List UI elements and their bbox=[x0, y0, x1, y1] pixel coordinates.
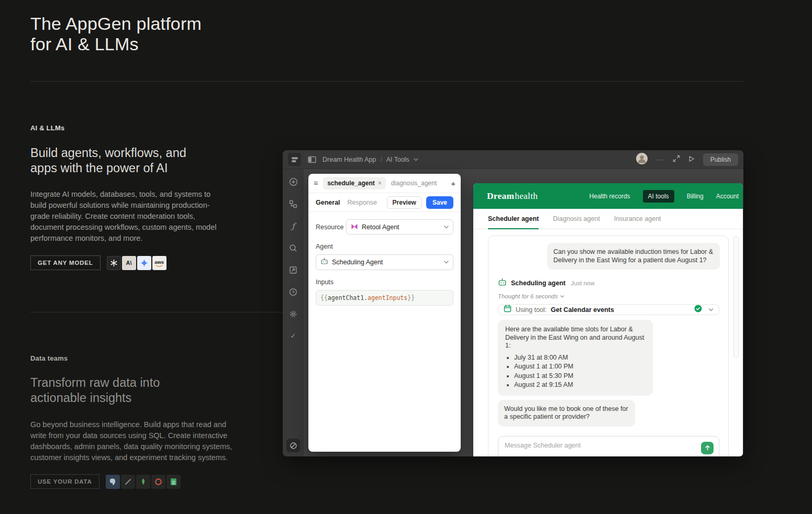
slot-item: August 1 at 5:30 PM bbox=[514, 372, 646, 381]
slots-list: July 31 at 8:00 AM August 1 at 1:00 PM A… bbox=[505, 353, 646, 390]
tool-status bbox=[694, 305, 714, 315]
nav-item-health-records[interactable]: Health records bbox=[589, 193, 630, 200]
resource-value: Retool Agent bbox=[362, 224, 399, 231]
appgen-landing-page: The AppGen platform for AI & LLMs AI & L… bbox=[0, 0, 812, 514]
tab-scheduler-agent[interactable]: Scheduler agent bbox=[488, 209, 539, 229]
preview-button[interactable]: Preview bbox=[387, 196, 422, 209]
anthropic-icon: A\ bbox=[122, 256, 136, 270]
breadcrumb: Dream Health App / AI Tools bbox=[322, 156, 418, 163]
inspector-subtabs: General Response Preview Save bbox=[308, 193, 461, 212]
breadcrumb-separator: / bbox=[380, 156, 382, 163]
ai-section-body: Integrate AI models, databases, tools, a… bbox=[30, 189, 227, 244]
expand-icon[interactable] bbox=[673, 155, 680, 164]
breadcrumb-page[interactable]: AI Tools bbox=[386, 156, 409, 163]
topbar-actions: ··· Publish bbox=[636, 153, 738, 166]
tab-insurance-agent[interactable]: Insurance agent bbox=[614, 209, 661, 229]
postgresql-icon bbox=[106, 475, 120, 489]
mongodb-icon bbox=[136, 475, 150, 489]
chat-scrollbar[interactable] bbox=[733, 236, 739, 358]
data-cta-row: USE YOUR DATA bbox=[30, 474, 181, 489]
nav-item-ai-tools[interactable]: AI tools bbox=[643, 190, 674, 203]
tab-schedule-agent[interactable]: schedule_agent × bbox=[323, 177, 386, 189]
history-icon[interactable] bbox=[289, 287, 298, 296]
save-button[interactable]: Save bbox=[426, 196, 453, 209]
agent-tabs: Scheduler agent Diagnosis agent Insuranc… bbox=[473, 209, 743, 229]
message-timestamp: Just now bbox=[571, 280, 594, 286]
inputs-label: Inputs bbox=[316, 278, 453, 286]
agent-followup-message: Would you like me to book one of these f… bbox=[498, 400, 635, 427]
chevron-down-icon bbox=[444, 261, 449, 264]
section-divider bbox=[30, 81, 743, 82]
menu-icon[interactable]: ≡ bbox=[314, 179, 318, 187]
tab-diagnosis-agent[interactable]: Diagnosis agent bbox=[553, 209, 600, 229]
agent-message-header: Scheduling agent Just now bbox=[498, 278, 719, 288]
nav-item-billing[interactable]: Billing bbox=[687, 193, 704, 200]
inputs-code-field[interactable]: {{agentChat1.agentInputs}} bbox=[316, 290, 453, 306]
chat-panel: Can you show me available induction time… bbox=[488, 236, 729, 456]
tool-name: Get Calendar events bbox=[551, 306, 614, 314]
send-button[interactable] bbox=[701, 442, 714, 454]
settings-gear-icon[interactable] bbox=[289, 309, 298, 318]
google-sheets-icon bbox=[166, 475, 181, 489]
thought-toggle[interactable]: Thought for 6 seconds bbox=[498, 293, 719, 299]
message-composer bbox=[498, 436, 719, 457]
openai-icon bbox=[107, 256, 121, 270]
add-query-icon[interactable]: + bbox=[451, 179, 455, 188]
chevron-down-icon bbox=[560, 295, 564, 298]
agent-select[interactable]: Scheduling Agent bbox=[316, 254, 453, 270]
section-divider bbox=[30, 312, 283, 312]
get-any-model-button[interactable]: GET ANY MODEL bbox=[30, 255, 101, 270]
oracle-icon bbox=[151, 475, 165, 489]
tab-response[interactable]: Response bbox=[348, 199, 377, 206]
slot-item: August 1 at 1:00 PM bbox=[514, 362, 646, 372]
data-section-heading: Transform raw data into actionable insig… bbox=[30, 375, 160, 405]
thought-label: Thought for 6 seconds bbox=[498, 293, 558, 299]
anthropic-glyph: A\ bbox=[126, 260, 132, 266]
composer-input[interactable] bbox=[505, 442, 677, 449]
panel-toggle-icon[interactable] bbox=[307, 155, 316, 164]
component-tree-icon[interactable] bbox=[289, 199, 298, 208]
calendar-icon bbox=[504, 305, 511, 315]
slot-item: August 2 at 9:15 AM bbox=[514, 381, 646, 390]
query-inspector-panel: ≡ schedule_agent × diagnosis_agent + Gen… bbox=[308, 174, 461, 452]
debug-tools-icon[interactable] bbox=[286, 439, 300, 452]
tool-call-row[interactable]: Using tool: Get Calendar events bbox=[498, 304, 719, 315]
tab-diagnosis-agent[interactable]: diagnosis_agent bbox=[391, 180, 437, 187]
data-section-eyebrow: Data teams bbox=[30, 354, 68, 362]
code-object: agentChat1 bbox=[328, 294, 364, 301]
chevron-down-icon bbox=[444, 226, 449, 229]
editor-toolbar: ƒ ✓ bbox=[283, 169, 304, 456]
preview-play-icon[interactable] bbox=[688, 155, 695, 164]
chevron-down-icon[interactable] bbox=[414, 158, 418, 161]
tab-general[interactable]: General bbox=[316, 199, 340, 206]
slot-item: July 31 at 8:00 AM bbox=[514, 353, 646, 363]
publish-button[interactable]: Publish bbox=[703, 153, 738, 166]
chevron-down-icon[interactable] bbox=[708, 308, 714, 311]
releases-icon[interactable] bbox=[289, 265, 298, 274]
snowflake-icon bbox=[121, 475, 135, 489]
ai-section-heading: Build agents, workflows, and apps with t… bbox=[30, 146, 186, 175]
close-icon[interactable]: × bbox=[378, 180, 382, 187]
retool-logo-icon[interactable] bbox=[288, 153, 301, 166]
checks-icon[interactable]: ✓ bbox=[289, 331, 298, 340]
more-menu-icon[interactable]: ··· bbox=[656, 155, 664, 163]
nav-item-account[interactable]: Account bbox=[716, 193, 739, 200]
user-message-bubble: Can you show me available induction time… bbox=[547, 243, 720, 270]
search-icon[interactable] bbox=[289, 243, 298, 252]
resource-select[interactable]: Retool Agent bbox=[346, 219, 453, 234]
page-title: The AppGen platform for AI & LLMs bbox=[30, 14, 202, 54]
datasource-logo-row bbox=[106, 475, 181, 489]
breadcrumb-app[interactable]: Dream Health App bbox=[322, 156, 376, 163]
model-logo-row: A\ aws bbox=[107, 256, 166, 270]
retool-editor-window: Dream Health App / AI Tools ··· bbox=[283, 150, 743, 456]
add-component-icon[interactable] bbox=[289, 177, 298, 186]
inspector-actions: Preview Save bbox=[387, 196, 453, 209]
use-your-data-button[interactable]: USE YOUR DATA bbox=[30, 474, 99, 489]
agent-field-group: Agent Scheduling Agent bbox=[316, 243, 453, 270]
code-property: agentInputs bbox=[368, 294, 407, 301]
avatar[interactable] bbox=[636, 153, 648, 166]
tool-prefix: Using tool: bbox=[516, 306, 547, 314]
code-dot: . bbox=[364, 294, 368, 301]
check-circle-icon bbox=[694, 305, 702, 315]
code-function-icon[interactable]: ƒ bbox=[289, 221, 298, 230]
